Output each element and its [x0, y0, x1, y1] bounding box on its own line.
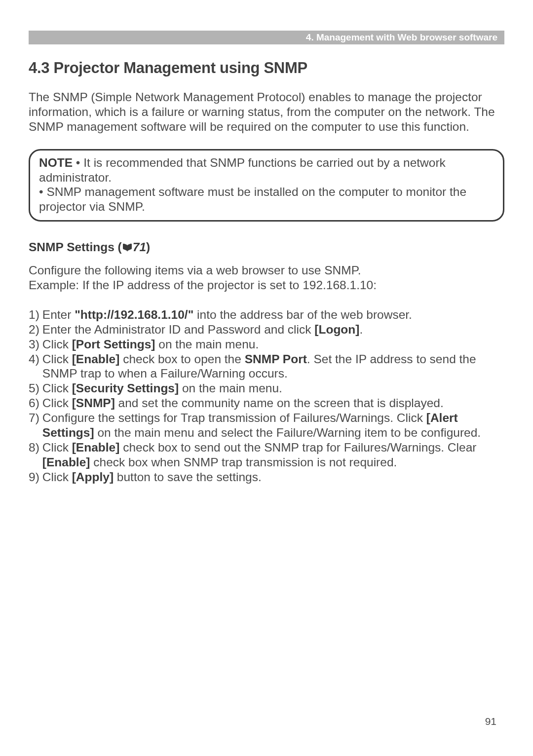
subsection-title: SNMP Settings (71) [29, 240, 504, 254]
step-9: 9) Click [Apply] button to save the sett… [29, 470, 504, 485]
snmp-port-label: SNMP Port [245, 352, 307, 366]
step-8: 8) Click [Enable] check box to send out … [29, 440, 504, 470]
steps-list: 1) Enter "http://192.168.1.10/" into the… [29, 307, 504, 485]
book-icon [122, 243, 133, 252]
section-title: 4.3 Projector Management using SNMP [29, 59, 504, 77]
step-2: 2) Enter the Administrator ID and Passwo… [29, 322, 504, 337]
page-ref: 71 [133, 240, 146, 254]
step-4: 4) Click [Enable] check box to open the … [29, 352, 504, 381]
enable-label: [Enable] [72, 352, 120, 366]
snmp-label: [SNMP] [72, 396, 115, 410]
note-label: NOTE [39, 156, 73, 169]
step-6: 6) Click [SNMP] and set the community na… [29, 396, 504, 411]
breadcrumb: 4. Management with Web browser software [306, 32, 497, 43]
note-bullet-2: • SNMP management software must be insta… [39, 185, 466, 213]
enable-label-2: [Enable] [72, 441, 120, 454]
note-box: NOTE • It is recommended that SNMP funct… [29, 149, 504, 222]
step-5: 5) Click [Security Settings] on the main… [29, 381, 504, 396]
config-paragraph: Configure the following items via a web … [29, 263, 504, 293]
security-settings-label: [Security Settings] [72, 381, 179, 395]
step-7: 7) Configure the settings for Trap trans… [29, 411, 504, 440]
url-text: "http://192.168.1.10/" [75, 308, 193, 321]
note-bullet-1: • It is recommended that SNMP functions … [39, 156, 446, 184]
page-number: 91 [485, 716, 496, 727]
step-1: 1) Enter "http://192.168.1.10/" into the… [29, 307, 504, 322]
logon-label: [Logon] [314, 323, 359, 336]
step-3: 3) Click [Port Settings] on the main men… [29, 337, 504, 352]
apply-label: [Apply] [72, 470, 114, 484]
header-bar: 4. Management with Web browser software [29, 31, 504, 44]
page-content: 4.3 Projector Management using SNMP The … [29, 59, 504, 484]
enable-label-3: [Enable] [42, 455, 90, 469]
intro-paragraph: The SNMP (Simple Network Management Prot… [29, 90, 504, 134]
port-settings-label: [Port Settings] [72, 338, 155, 351]
